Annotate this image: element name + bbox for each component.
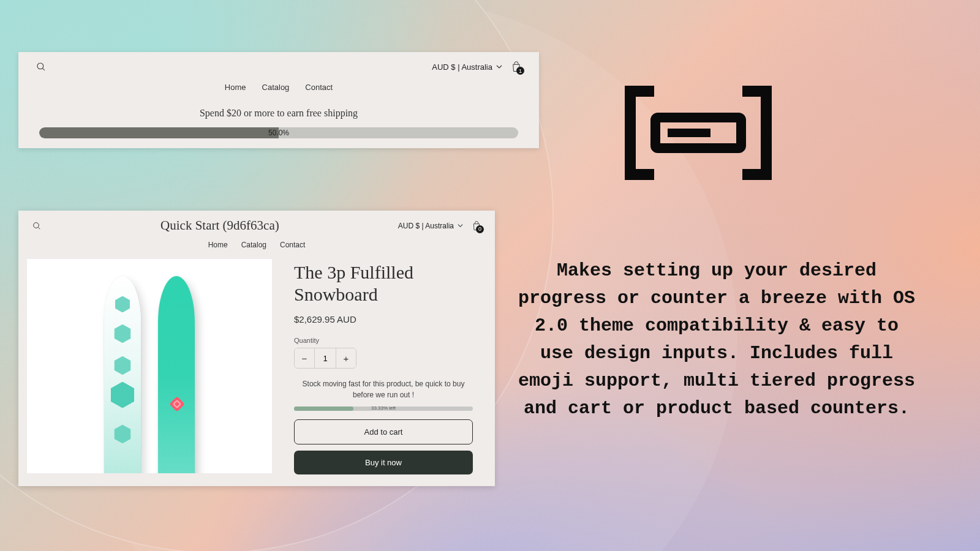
svg-point-2: [34, 222, 39, 228]
quantity-label: Quantity: [294, 337, 473, 344]
cart-count-badge: 1: [516, 67, 524, 75]
qty-decrement-button[interactable]: −: [295, 348, 314, 368]
nav-catalog[interactable]: Catalog: [262, 83, 290, 92]
nav-contact[interactable]: Contact: [305, 83, 333, 92]
store-title: Quick Start (9d6f63ca): [160, 218, 279, 233]
screenshot-product-page: Quick Start (9d6f63ca) AUD $ | Australia…: [18, 211, 495, 486]
currency-label: AUD $ | Australia: [432, 62, 492, 72]
currency-selector[interactable]: AUD $ | Australia: [398, 222, 463, 230]
snowboard-front: [104, 276, 141, 473]
cart-button[interactable]: 1: [511, 61, 522, 73]
currency-selector[interactable]: AUD $ | Australia: [432, 62, 502, 72]
cart-count-badge: 0: [476, 225, 484, 233]
stock-progress-bar: 33.33% left: [294, 407, 473, 411]
chevron-down-icon: [458, 223, 463, 228]
main-nav: Home Catalog Contact: [18, 77, 539, 103]
svg-rect-6: [625, 169, 654, 180]
currency-label: AUD $ | Australia: [398, 222, 454, 230]
stock-message: Stock moving fast for this product, be q…: [294, 378, 473, 400]
svg-point-0: [37, 63, 43, 69]
shipping-progress-bar: 50.0%: [39, 127, 518, 138]
search-icon[interactable]: [32, 221, 42, 231]
product-title: The 3p Fulfilled Snowboard: [294, 261, 473, 305]
snowboard-back: [158, 276, 195, 473]
svg-rect-8: [761, 86, 772, 180]
buy-now-button[interactable]: Buy it now: [294, 451, 473, 474]
cart-button[interactable]: 0: [472, 220, 481, 231]
qty-input[interactable]: [314, 348, 336, 368]
main-nav: Home Catalog Contact: [18, 236, 495, 259]
svg-rect-11: [668, 129, 710, 137]
qty-increment-button[interactable]: +: [336, 348, 356, 368]
svg-line-3: [38, 227, 40, 229]
search-icon[interactable]: [36, 61, 47, 72]
stock-progress-label: 33.33% left: [294, 405, 473, 411]
svg-line-1: [43, 69, 45, 70]
nav-catalog[interactable]: Catalog: [241, 241, 266, 249]
svg-rect-5: [625, 86, 636, 180]
screenshot-header-promo: AUD $ | Australia 1 Home Catalog Contact…: [18, 52, 539, 148]
product-image: [27, 259, 272, 473]
quantity-stepper: − +: [294, 348, 356, 369]
svg-rect-9: [742, 169, 772, 180]
add-to-cart-button[interactable]: Add to cart: [294, 419, 473, 444]
marketing-copy: Makes setting up your desired progress o…: [514, 257, 919, 422]
product-price: $2,629.95 AUD: [294, 314, 473, 324]
chevron-down-icon: [496, 64, 502, 70]
promo-message: Spend $20 or more to earn free shipping: [18, 103, 539, 127]
nav-home[interactable]: Home: [208, 241, 228, 249]
shipping-progress-label: 50.0%: [39, 127, 518, 138]
app-logo-icon: [625, 86, 772, 192]
nav-home[interactable]: Home: [225, 83, 246, 92]
nav-contact[interactable]: Contact: [280, 241, 305, 249]
